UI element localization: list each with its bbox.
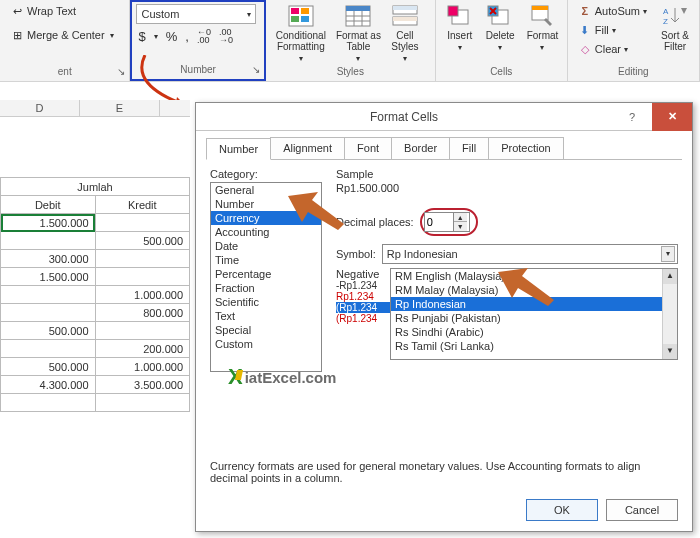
cell[interactable]: 300.000 (1, 250, 96, 268)
spreadsheet: D E Jumlah DebitKredit 1.500.000 500.000… (0, 100, 190, 412)
cell[interactable] (95, 268, 190, 286)
editing-group-label: Editing (574, 66, 693, 79)
cell[interactable] (95, 394, 190, 412)
list-item[interactable]: Rs Sindhi (Arabic) (391, 325, 677, 339)
cell[interactable]: 500.000 (1, 358, 96, 376)
col-header-d[interactable]: D (0, 100, 80, 116)
list-item[interactable]: Rp Indonesian (391, 297, 677, 311)
spinner-down[interactable]: ▼ (454, 222, 467, 231)
tab-protection[interactable]: Protection (488, 137, 564, 159)
decimal-places-spinner[interactable]: ▲▼ (424, 212, 470, 232)
cell[interactable] (1, 340, 96, 358)
cell[interactable] (1, 232, 96, 250)
increase-decimal-button[interactable]: ←0 .00 (197, 28, 211, 44)
cancel-button[interactable]: Cancel (606, 499, 678, 521)
decimal-places-input[interactable] (425, 213, 453, 231)
fill-button[interactable]: ⬇Fill▾ (574, 21, 651, 39)
tab-font[interactable]: Font (344, 137, 392, 159)
symbol-label: Symbol: (336, 248, 376, 260)
cell[interactable]: 500.000 (95, 232, 190, 250)
svg-text:Z: Z (663, 17, 668, 26)
total-kredit[interactable]: 3.500.000 (95, 376, 190, 394)
decrease-decimal-button[interactable]: .00 →0 (219, 28, 233, 44)
jumlah-header: Jumlah (1, 178, 190, 196)
decimal-places-highlight: ▲▼ (420, 208, 478, 236)
cell[interactable]: 1.000.000 (95, 358, 190, 376)
list-item[interactable]: Time (211, 253, 321, 267)
merge-center-label: Merge & Center (27, 29, 105, 41)
delete-button[interactable]: Delete▾ (482, 2, 519, 54)
total-debit[interactable]: 4.300.000 (1, 376, 96, 394)
svg-rect-6 (346, 6, 370, 11)
comma-format-button[interactable]: , (185, 29, 189, 44)
wrap-text-label: Wrap Text (27, 5, 76, 17)
col-header-e[interactable]: E (80, 100, 160, 116)
merge-center-button[interactable]: ⊞Merge & Center▾ (6, 26, 118, 44)
chevron-down-icon: ▾ (661, 246, 675, 262)
number-dialog-launcher[interactable]: ↘ (250, 65, 262, 77)
tab-number[interactable]: Number (206, 138, 271, 160)
cell[interactable] (95, 214, 190, 232)
alignment-group-label: ent (6, 66, 123, 79)
tab-fill[interactable]: Fill (449, 137, 489, 159)
cell[interactable] (1, 304, 96, 322)
cell[interactable]: 1.500.000 (1, 214, 96, 232)
list-item[interactable]: Date (211, 239, 321, 253)
cell[interactable] (1, 394, 96, 412)
list-item[interactable]: Custom (211, 337, 321, 351)
list-item[interactable]: Special (211, 323, 321, 337)
symbol-dropdown-list[interactable]: RM English (Malaysia) RM Malay (Malaysia… (390, 268, 678, 360)
insert-button[interactable]: Insert▾ (442, 2, 478, 54)
list-item[interactable]: Accounting (211, 225, 321, 239)
number-format-select[interactable]: Custom ▾ (136, 4, 256, 24)
conditional-formatting-button[interactable]: Conditional Formatting▾ (272, 2, 330, 65)
cell-styles-button[interactable]: Cell Styles▾ (387, 2, 423, 65)
percent-format-button[interactable]: % (166, 29, 178, 44)
sort-filter-button[interactable]: AZSort & Filter (657, 2, 693, 58)
list-item[interactable]: Scientific (211, 295, 321, 309)
cell[interactable] (95, 250, 190, 268)
symbol-combo[interactable]: Rp Indonesian ▾ (382, 244, 678, 264)
wrap-text-button[interactable]: ↩Wrap Text (6, 2, 80, 20)
format-button[interactable]: Format▾ (523, 2, 563, 54)
list-item[interactable]: RM English (Malaysia) (391, 269, 677, 283)
help-button[interactable]: ? (612, 103, 652, 131)
cell[interactable]: 1.000.000 (95, 286, 190, 304)
cell[interactable] (1, 286, 96, 304)
cell[interactable]: 1.500.000 (1, 268, 96, 286)
alignment-dialog-launcher[interactable]: ↘ (115, 67, 127, 79)
ok-button[interactable]: OK (526, 499, 598, 521)
sample-label: Sample (336, 168, 678, 180)
format-as-table-button[interactable]: Format as Table▾ (332, 2, 385, 65)
cell[interactable]: 800.000 (95, 304, 190, 322)
list-item[interactable]: General (211, 183, 321, 197)
list-item[interactable]: Rs Punjabi (Pakistan) (391, 311, 677, 325)
svg-rect-4 (301, 16, 309, 22)
cell[interactable]: 500.000 (1, 322, 96, 340)
tab-border[interactable]: Border (391, 137, 450, 159)
ribbon: ↩Wrap Text ⊞Merge & Center▾ ent ↘ Custom… (0, 0, 700, 82)
cell[interactable] (95, 322, 190, 340)
list-item[interactable]: Fraction (211, 281, 321, 295)
list-item[interactable]: Currency (211, 211, 321, 225)
close-button[interactable]: ✕ (652, 103, 692, 131)
list-item[interactable]: Percentage (211, 267, 321, 281)
list-item[interactable]: Rs Tamil (Sri Lanka) (391, 339, 677, 353)
svg-rect-1 (291, 8, 299, 14)
spinner-up[interactable]: ▲ (454, 213, 467, 222)
clear-button[interactable]: ◇Clear▾ (574, 40, 651, 58)
cell[interactable]: 200.000 (95, 340, 190, 358)
list-item[interactable]: Number (211, 197, 321, 211)
scrollbar[interactable]: ▲▼ (662, 269, 677, 359)
worksheet-table[interactable]: Jumlah DebitKredit 1.500.000 500.000 300… (0, 177, 190, 412)
negative-preview-list: -Rp1.234 Rp1.234 (Rp1.234 (Rp1.234 (336, 280, 390, 324)
currency-format-button[interactable]: $ (138, 29, 145, 44)
tab-alignment[interactable]: Alignment (270, 137, 345, 159)
svg-rect-22 (532, 6, 548, 10)
dialog-titlebar[interactable]: Format Cells ? ✕ (196, 103, 692, 131)
list-item[interactable]: Text (211, 309, 321, 323)
category-list[interactable]: General Number Currency Accounting Date … (210, 182, 322, 372)
list-item[interactable]: RM Malay (Malaysia) (391, 283, 677, 297)
autosum-button[interactable]: ΣAutoSum▾ (574, 2, 651, 20)
svg-rect-12 (393, 6, 417, 10)
